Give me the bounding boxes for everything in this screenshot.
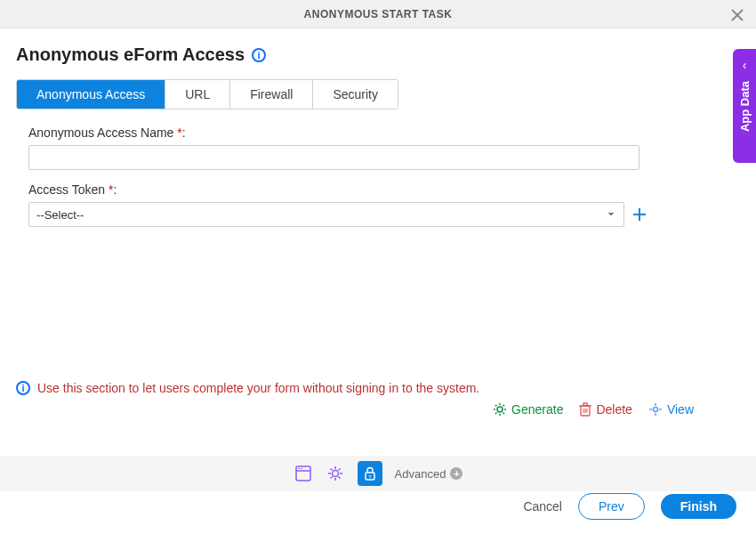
svg-text:?: ? bbox=[368, 474, 372, 480]
view-button[interactable]: View bbox=[648, 402, 694, 417]
add-token-button[interactable] bbox=[631, 206, 647, 222]
tab-bar: Anonymous Access URL Firewall Security bbox=[16, 79, 398, 109]
anonymous-access-name-input[interactable] bbox=[28, 145, 639, 170]
required-marker: * bbox=[173, 125, 181, 140]
form-icon bbox=[294, 465, 312, 482]
svg-point-19 bbox=[301, 468, 302, 470]
generate-label: Generate bbox=[511, 402, 563, 417]
label-colon: : bbox=[113, 182, 117, 197]
access-token-label: Access Token *: bbox=[28, 182, 728, 197]
app-data-side-tab[interactable]: ‹ App Data bbox=[733, 49, 756, 163]
tab-url[interactable]: URL bbox=[165, 80, 230, 109]
field-access-token: Access Token *: --Select-- bbox=[28, 182, 728, 227]
svg-point-11 bbox=[653, 408, 657, 412]
access-token-row: --Select-- bbox=[28, 202, 728, 227]
gear-icon bbox=[326, 465, 344, 482]
page-title-row: Anonymous eForm Access i bbox=[16, 44, 740, 65]
delete-button[interactable]: Delete bbox=[579, 402, 631, 417]
advanced-label-text: Advanced bbox=[395, 467, 446, 481]
gear-icon bbox=[493, 402, 507, 417]
label-text: Anonymous Access Name bbox=[28, 125, 173, 140]
dialog-title: ANONYMOUS START TASK bbox=[304, 8, 453, 20]
toolbar-lock-icon-button[interactable]: ? bbox=[358, 461, 382, 486]
hint-row: i Use this section to let users complete… bbox=[16, 381, 479, 395]
view-icon bbox=[648, 402, 663, 417]
svg-point-20 bbox=[332, 471, 338, 477]
anonymous-access-name-label: Anonymous Access Name *: bbox=[28, 125, 728, 140]
form-section: Anonymous Access Name *: Access Token *:… bbox=[16, 125, 740, 227]
close-button[interactable] bbox=[728, 5, 747, 25]
finish-button[interactable]: Finish bbox=[661, 494, 736, 519]
delete-label: Delete bbox=[596, 402, 631, 417]
info-icon[interactable]: i bbox=[252, 48, 266, 62]
trash-icon bbox=[579, 402, 591, 417]
side-tab-label: App Data bbox=[738, 81, 752, 132]
info-icon: i bbox=[16, 381, 30, 395]
label-colon: : bbox=[182, 125, 186, 140]
plus-circle-icon: + bbox=[450, 467, 462, 480]
svg-point-18 bbox=[298, 468, 300, 470]
tab-anonymous-access[interactable]: Anonymous Access bbox=[17, 80, 165, 109]
svg-point-4 bbox=[497, 407, 503, 412]
bottom-toolbar: ? Advanced + bbox=[0, 456, 756, 491]
field-anonymous-access-name: Anonymous Access Name *: bbox=[28, 125, 728, 170]
advanced-toggle[interactable]: Advanced + bbox=[395, 467, 463, 481]
tab-security[interactable]: Security bbox=[313, 80, 398, 109]
footer-buttons: Cancel Prev Finish bbox=[523, 493, 736, 520]
lock-icon: ? bbox=[362, 465, 378, 481]
tab-firewall[interactable]: Firewall bbox=[230, 80, 313, 109]
prev-button[interactable]: Prev bbox=[578, 493, 645, 520]
generate-button[interactable]: Generate bbox=[493, 402, 563, 417]
hint-text: Use this section to let users complete y… bbox=[37, 381, 479, 395]
close-icon bbox=[731, 9, 744, 21]
action-row: Generate Delete View bbox=[493, 402, 694, 417]
plus-icon bbox=[632, 207, 647, 222]
cancel-button[interactable]: Cancel bbox=[523, 499, 562, 514]
page-title: Anonymous eForm Access bbox=[16, 44, 245, 65]
main-content: Anonymous eForm Access i Anonymous Acces… bbox=[0, 28, 756, 227]
toolbar-form-icon-button[interactable] bbox=[294, 464, 313, 483]
label-text: Access Token bbox=[28, 182, 105, 197]
chevron-left-icon: ‹ bbox=[743, 58, 747, 72]
access-token-select[interactable]: --Select-- bbox=[28, 202, 624, 227]
toolbar-settings-icon-button[interactable] bbox=[326, 464, 345, 483]
svg-rect-7 bbox=[583, 403, 587, 406]
view-label: View bbox=[667, 402, 694, 417]
dialog-header: ANONYMOUS START TASK bbox=[0, 0, 756, 28]
